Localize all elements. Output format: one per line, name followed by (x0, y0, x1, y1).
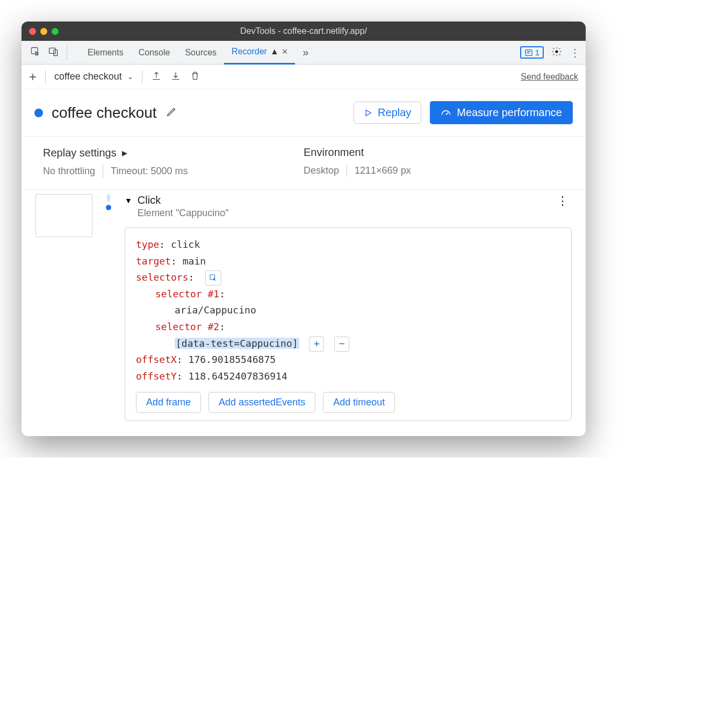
step-details: type: click target: main selectors: sele… (125, 227, 572, 421)
replay-button[interactable]: Replay (354, 102, 421, 124)
chevron-down-icon[interactable]: ▼ (125, 196, 132, 205)
target-value[interactable]: main (183, 255, 206, 267)
import-icon[interactable] (170, 70, 181, 83)
svg-rect-1 (49, 48, 56, 53)
type-value[interactable]: click (171, 239, 200, 250)
measure-performance-button[interactable]: Measure performance (430, 101, 573, 124)
new-recording-button[interactable]: + (29, 69, 37, 84)
add-timeout-button[interactable]: Add timeout (323, 392, 395, 413)
offsetx-key: offsetX (136, 354, 177, 365)
timeline (92, 190, 125, 421)
close-window-button[interactable] (29, 28, 36, 35)
minimize-window-button[interactable] (40, 28, 47, 35)
titlebar: DevTools - coffee-cart.netlify.app/ (21, 22, 586, 41)
recorder-toolbar: + coffee checkout ⌄ Send feedback (21, 65, 586, 89)
selectors-key: selectors (136, 272, 189, 283)
tab-recorder[interactable]: Recorder ▲ × (224, 41, 295, 65)
type-key: type (136, 239, 159, 250)
device-toggle-icon[interactable] (48, 46, 59, 59)
offsety-key: offsetY (136, 370, 177, 382)
timeline-dot-icon (106, 205, 111, 210)
selector-1-key: selector #1 (155, 288, 219, 299)
more-tabs-button[interactable]: » (295, 41, 316, 65)
maximize-window-button[interactable] (52, 28, 59, 35)
step-area: ▼ Click Element "Cappucino" ⋮ type: clic… (21, 190, 586, 421)
chevron-down-icon: ⌄ (127, 73, 133, 81)
recording-selector[interactable]: coffee checkout ⌄ (54, 71, 133, 82)
panel-tabbar: Elements Console Sources Recorder ▲ × » … (21, 41, 586, 65)
recording-indicator-icon (34, 109, 43, 117)
kebab-menu-icon[interactable]: ⋮ (570, 46, 580, 59)
selector-2-key: selector #2 (155, 321, 219, 332)
recording-title: coffee checkout (52, 104, 157, 122)
tab-console[interactable]: Console (131, 41, 178, 65)
selector-1-value[interactable]: aria/Cappucino (175, 304, 256, 316)
offsety-value[interactable]: 118.6452407836914 (189, 370, 287, 382)
add-frame-button[interactable]: Add frame (136, 392, 201, 413)
step-preview-thumbnail[interactable] (35, 194, 92, 237)
pin-icon: ▲ (270, 47, 279, 56)
gear-icon[interactable] (551, 46, 562, 59)
edit-title-icon[interactable] (165, 106, 177, 120)
export-icon[interactable] (151, 70, 162, 83)
selector-2-value[interactable]: [data-test=Cappucino] (175, 338, 299, 349)
issues-badge[interactable]: 1 (520, 46, 544, 59)
delete-icon[interactable] (190, 70, 200, 83)
add-asserted-events-button[interactable]: Add assertedEvents (208, 392, 315, 413)
send-feedback-link[interactable]: Send feedback (521, 72, 578, 82)
svg-rect-0 (32, 47, 38, 54)
tab-elements[interactable]: Elements (80, 41, 131, 65)
chevron-right-icon: ▸ (122, 146, 127, 159)
settings-row: Replay settings ▸ No throttling Timeout:… (21, 137, 586, 190)
target-key: target (136, 255, 171, 267)
close-tab-icon[interactable]: × (282, 46, 288, 58)
environment-label: Environment (304, 146, 564, 159)
replay-settings-toggle[interactable]: Replay settings ▸ (43, 146, 304, 159)
add-selector-button[interactable]: + (309, 337, 324, 352)
tab-sources[interactable]: Sources (177, 41, 224, 65)
step-subtitle: Element "Cappucino" (138, 208, 548, 219)
inspect-element-icon[interactable] (30, 46, 41, 59)
throttling-value: No throttling (43, 166, 95, 177)
recording-header: coffee checkout Replay Measure performan… (21, 89, 586, 137)
svg-point-6 (556, 50, 558, 53)
devtools-window: DevTools - coffee-cart.netlify.app/ Elem… (21, 22, 586, 436)
offsetx-value[interactable]: 176.90185546875 (189, 354, 276, 365)
step-title: Click (138, 194, 548, 206)
viewport-value: 1211×669 px (355, 165, 411, 176)
step-menu-button[interactable]: ⋮ (553, 194, 572, 208)
remove-selector-button[interactable]: − (334, 337, 349, 352)
selector-picker-button[interactable] (205, 270, 221, 286)
timeout-value: Timeout: 5000 ms (111, 166, 188, 177)
traffic-lights (29, 28, 59, 35)
window-title: DevTools - coffee-cart.netlify.app/ (240, 26, 367, 36)
device-value: Desktop (304, 165, 339, 176)
